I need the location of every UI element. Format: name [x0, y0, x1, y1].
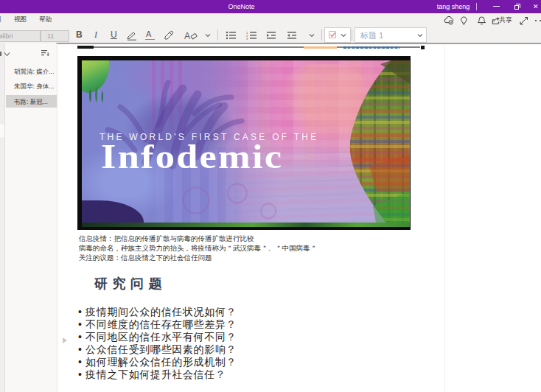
svg-text:A: A — [184, 31, 190, 41]
svg-text:3: 3 — [246, 37, 248, 40]
